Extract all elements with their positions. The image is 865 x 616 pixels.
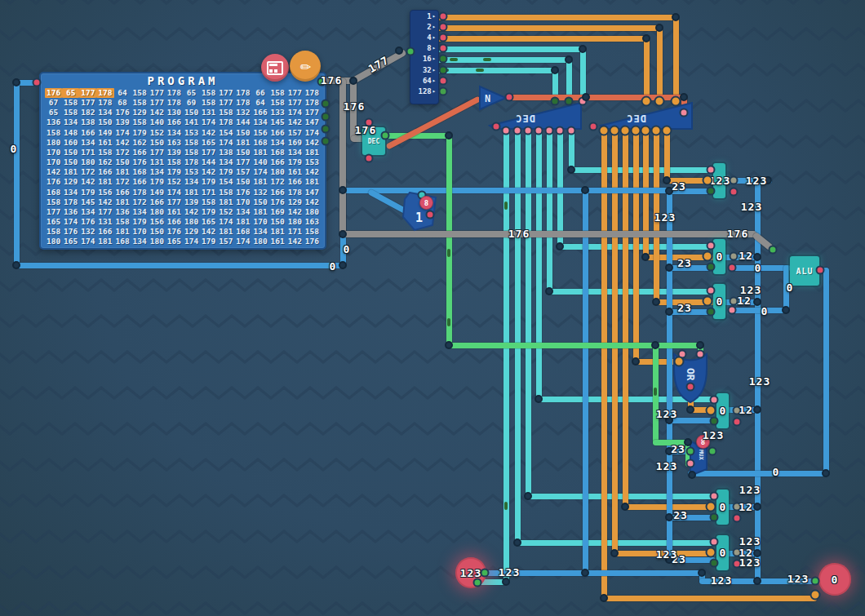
program-cell[interactable]: 158 bbox=[96, 148, 113, 157]
program-cell[interactable]: 157 bbox=[217, 237, 234, 246]
program-cell[interactable]: 179 bbox=[166, 167, 183, 177]
wire-segment[interactable] bbox=[432, 68, 557, 73]
program-cell[interactable]: 181 bbox=[183, 188, 200, 197]
program-cell[interactable]: 67 bbox=[45, 98, 62, 108]
program-cell[interactable]: 142 bbox=[304, 138, 321, 148]
program-cell[interactable]: 165 bbox=[166, 237, 183, 246]
program-cell[interactable]: 177 bbox=[286, 88, 304, 98]
program-cell[interactable]: 180 bbox=[304, 207, 321, 217]
program-cell[interactable]: 166 bbox=[79, 128, 96, 138]
program-cell[interactable]: 134 bbox=[234, 207, 251, 217]
program-cell[interactable]: 181 bbox=[217, 227, 234, 237]
program-cell[interactable]: 172 bbox=[131, 197, 149, 207]
program-cell[interactable]: 162 bbox=[131, 138, 149, 148]
program-cell[interactable]: 179 bbox=[200, 237, 217, 246]
program-cell[interactable]: 129 bbox=[131, 108, 149, 117]
wire-segment[interactable] bbox=[526, 494, 716, 499]
program-cell[interactable]: 177 bbox=[200, 148, 217, 157]
program-cell[interactable]: 178 bbox=[286, 188, 304, 197]
wire-segment[interactable] bbox=[657, 25, 663, 104]
program-cell[interactable]: 65 bbox=[62, 88, 79, 98]
program-cell[interactable]: 158 bbox=[269, 98, 286, 108]
program-cell[interactable]: 166 bbox=[131, 148, 149, 157]
program-cell[interactable]: 176 bbox=[131, 157, 149, 167]
program-cell[interactable]: 68 bbox=[114, 98, 131, 108]
program-cell[interactable]: 136 bbox=[45, 117, 62, 127]
program-cell[interactable]: 64 bbox=[114, 88, 131, 98]
program-cell[interactable]: 139 bbox=[114, 117, 131, 127]
program-cell[interactable]: 181 bbox=[114, 167, 131, 177]
program-cell[interactable]: 168 bbox=[269, 148, 286, 157]
input-pin-128[interactable]: 128▸ bbox=[410, 86, 438, 96]
program-cell[interactable]: 134 bbox=[217, 157, 234, 167]
program-cell[interactable]: 158 bbox=[269, 88, 286, 98]
wire-segment[interactable] bbox=[583, 188, 588, 575]
program-cell[interactable]: 178 bbox=[166, 88, 183, 98]
program-cell[interactable]: 158 bbox=[217, 188, 234, 197]
program-cell[interactable]: 178 bbox=[166, 98, 183, 108]
program-cell[interactable]: 134 bbox=[149, 167, 166, 177]
program-cell[interactable]: 177 bbox=[149, 88, 166, 98]
program-cell[interactable]: 154 bbox=[217, 128, 234, 138]
program-cell[interactable]: 162 bbox=[96, 157, 113, 167]
program-cell[interactable]: 166 bbox=[269, 128, 286, 138]
program-cell[interactable]: 166 bbox=[96, 167, 113, 177]
program-cell[interactable]: 153 bbox=[304, 157, 321, 167]
program-cell[interactable]: 161 bbox=[166, 207, 183, 217]
program-cell[interactable]: 179 bbox=[286, 157, 304, 167]
program-cell[interactable]: 130 bbox=[166, 108, 183, 117]
program-cell[interactable]: 177 bbox=[304, 108, 321, 117]
program-cell[interactable]: 177 bbox=[286, 98, 304, 108]
program-cell[interactable]: 174 bbox=[304, 128, 321, 138]
edit-button[interactable]: ✎ bbox=[290, 51, 321, 82]
wire-segment[interactable] bbox=[823, 268, 829, 476]
input-pin-1[interactable]: 1▸ bbox=[410, 11, 438, 21]
program-cell[interactable]: 177 bbox=[96, 207, 113, 217]
wire-segment[interactable] bbox=[432, 36, 649, 42]
program-cell[interactable]: 181 bbox=[62, 167, 79, 177]
program-cell[interactable]: 172 bbox=[114, 177, 131, 187]
program-cell[interactable]: 180 bbox=[252, 237, 269, 246]
program-cell[interactable]: 161 bbox=[286, 167, 304, 177]
program-cell[interactable]: 170 bbox=[131, 227, 149, 237]
program-cell[interactable]: 134 bbox=[269, 138, 286, 148]
program-cell[interactable]: 147 bbox=[304, 117, 321, 127]
program-cell[interactable]: 178 bbox=[131, 188, 149, 197]
program-cell[interactable]: 174 bbox=[252, 167, 269, 177]
program-cell[interactable]: 142 bbox=[304, 167, 321, 177]
program-cell[interactable]: 152 bbox=[149, 128, 166, 138]
program-cell[interactable]: 176 bbox=[166, 227, 183, 237]
program-cell[interactable]: 166 bbox=[269, 188, 286, 197]
program-cell[interactable]: 170 bbox=[234, 197, 251, 207]
wire-segment[interactable] bbox=[446, 343, 703, 348]
program-cell[interactable]: 170 bbox=[252, 217, 269, 227]
wire-segment[interactable] bbox=[14, 263, 345, 268]
program-cell[interactable]: 131 bbox=[149, 157, 166, 167]
program-cell[interactable]: 158 bbox=[304, 227, 321, 237]
program-cell[interactable]: 179 bbox=[79, 188, 96, 197]
program-cell[interactable]: 166 bbox=[166, 217, 183, 227]
wire-segment[interactable] bbox=[432, 25, 662, 31]
program-cell[interactable]: 168 bbox=[131, 167, 149, 177]
program-cell[interactable]: 157 bbox=[234, 167, 251, 177]
input-pin-64[interactable]: 64▸ bbox=[410, 75, 438, 86]
program-cell[interactable]: 172 bbox=[79, 167, 96, 177]
program-cell[interactable]: 178 bbox=[96, 98, 113, 108]
program-cell[interactable]: 150 bbox=[234, 148, 251, 157]
program-cell[interactable]: 172 bbox=[269, 177, 286, 187]
wire-segment[interactable] bbox=[547, 289, 716, 295]
program-cell[interactable]: 134 bbox=[131, 207, 149, 217]
program-cell[interactable]: 177 bbox=[217, 88, 234, 98]
wire-segment[interactable] bbox=[432, 47, 585, 52]
program-cell[interactable]: 134 bbox=[96, 108, 113, 117]
program-cell[interactable]: 171 bbox=[200, 188, 217, 197]
program-cell[interactable]: 179 bbox=[149, 177, 166, 187]
program-cell[interactable]: 131 bbox=[96, 217, 113, 227]
program-cell[interactable]: 174 bbox=[217, 217, 234, 227]
program-cell[interactable]: 168 bbox=[252, 138, 269, 148]
program-cell[interactable]: 150 bbox=[269, 217, 286, 227]
program-cell[interactable]: 134 bbox=[252, 227, 269, 237]
program-cell[interactable]: 178 bbox=[234, 98, 251, 108]
program-cell[interactable]: 138 bbox=[217, 148, 234, 157]
program-cell[interactable]: 158 bbox=[62, 108, 79, 117]
